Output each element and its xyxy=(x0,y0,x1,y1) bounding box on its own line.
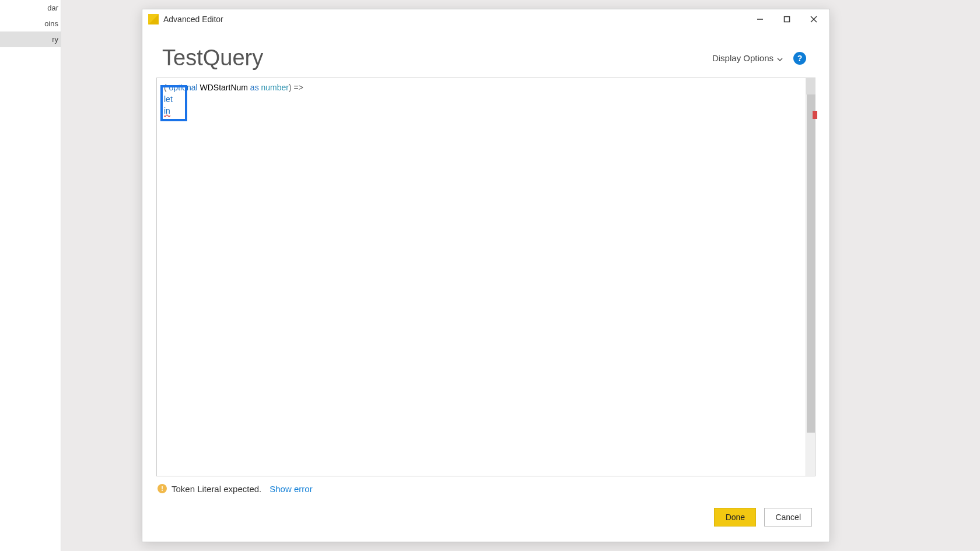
code-line-2: let xyxy=(164,93,799,105)
sidebar-item-0[interactable]: dar xyxy=(0,0,61,16)
dialog-titlebar: Advanced Editor xyxy=(142,9,830,29)
error-marker-icon xyxy=(813,111,817,119)
status-message: Token Literal expected. xyxy=(172,484,261,494)
status-bar: ! Token Literal expected. Show error xyxy=(142,476,830,497)
dialog-buttons: Done Cancel xyxy=(142,497,830,542)
svg-rect-1 xyxy=(785,17,790,22)
close-button[interactable] xyxy=(800,10,827,28)
code-content[interactable]: ( optional WDStartNum as number) => let … xyxy=(157,78,806,476)
sidebar-item-2[interactable]: ry xyxy=(0,31,61,47)
code-line-1: ( optional WDStartNum as number) => xyxy=(164,82,799,93)
scrollbar-overview-region xyxy=(806,78,816,94)
cancel-button[interactable]: Cancel xyxy=(764,508,812,527)
display-options-label: Display Options xyxy=(712,53,774,63)
show-error-link[interactable]: Show error xyxy=(270,484,312,494)
queries-sidebar: dar oins ry xyxy=(0,0,61,551)
maximize-button[interactable] xyxy=(774,10,800,28)
warning-icon: ! xyxy=(158,484,167,493)
sidebar-item-1[interactable]: oins xyxy=(0,16,61,31)
dialog-title: Advanced Editor xyxy=(163,15,747,24)
app-icon xyxy=(148,14,159,24)
code-editor[interactable]: ( optional WDStartNum as number) => let … xyxy=(156,78,816,476)
query-name: TestQuery xyxy=(162,45,712,71)
help-icon[interactable]: ? xyxy=(793,52,806,65)
minimize-button[interactable] xyxy=(747,10,774,28)
scrollbar-thumb[interactable] xyxy=(807,94,815,433)
display-options-dropdown[interactable]: Display Options xyxy=(712,53,783,63)
editor-scrollbar[interactable] xyxy=(806,78,815,476)
dialog-header: TestQuery Display Options ? xyxy=(142,29,830,78)
chevron-down-icon xyxy=(777,53,783,63)
done-button[interactable]: Done xyxy=(714,508,756,527)
code-line-4: in xyxy=(164,105,799,117)
advanced-editor-dialog: Advanced Editor TestQuery Display Option… xyxy=(142,9,830,542)
